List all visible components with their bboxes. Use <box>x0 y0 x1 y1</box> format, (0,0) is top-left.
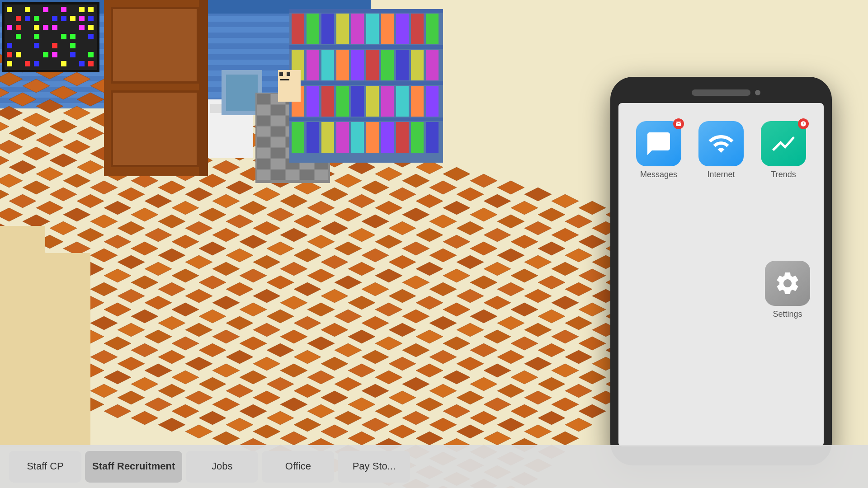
internet-label: Internet <box>707 170 735 179</box>
taskbar-staff-cp[interactable]: Staff CP <box>9 451 81 483</box>
phone-screen: Messages Internet <box>618 103 824 446</box>
messages-label: Messages <box>640 170 677 179</box>
settings-row: Settings <box>618 261 824 328</box>
trends-notif-icon <box>800 121 807 127</box>
trends-icon-bg <box>761 121 806 166</box>
messages-icon-bg <box>636 121 681 166</box>
app-internet[interactable]: Internet <box>694 121 748 179</box>
messages-notification-badge <box>673 118 684 129</box>
trends-notification-badge <box>798 118 809 129</box>
envelope-icon <box>675 121 682 127</box>
trends-app-icon <box>770 130 797 157</box>
empty-row <box>618 188 824 261</box>
internet-app-icon <box>708 130 735 157</box>
messages-app-icon <box>645 130 672 157</box>
settings-icon-bg <box>765 261 810 306</box>
app-trends[interactable]: Trends <box>757 121 810 179</box>
internet-icon-bg <box>698 121 744 166</box>
settings-app-icon <box>774 270 801 297</box>
trends-label: Trends <box>771 170 796 179</box>
taskbar-staff-recruitment[interactable]: Staff Recruitment <box>85 451 182 483</box>
taskbar-jobs[interactable]: Jobs <box>186 451 258 483</box>
app-messages[interactable]: Messages <box>632 121 685 179</box>
phone-container: Messages Internet <box>610 77 832 465</box>
taskbar-pay-store[interactable]: Pay Sto... <box>338 451 410 483</box>
app-grid: Messages Internet <box>618 103 824 188</box>
taskbar-office[interactable]: Office <box>262 451 334 483</box>
taskbar: Staff CP Staff Recruitment Jobs Office P… <box>0 445 868 488</box>
phone-body: Messages Internet <box>610 77 832 465</box>
settings-label: Settings <box>773 310 802 319</box>
phone-speaker <box>692 89 750 96</box>
app-settings[interactable]: Settings <box>765 261 810 319</box>
